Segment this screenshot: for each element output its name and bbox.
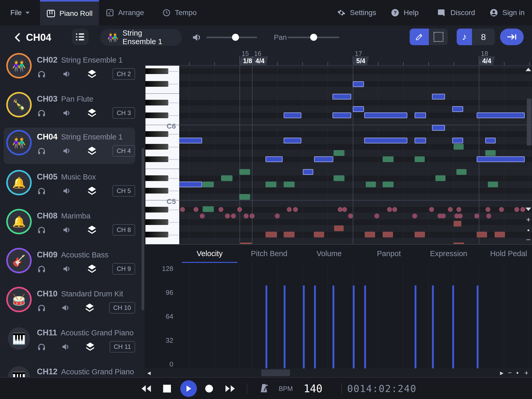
drum-note-dot[interactable]	[514, 207, 519, 212]
pan-slider[interactable]	[288, 29, 339, 46]
track-avatar[interactable]: 🎸	[8, 249, 30, 272]
drum-note-dot[interactable]	[293, 207, 298, 212]
midi-note-green[interactable]	[265, 182, 276, 187]
layers-icon[interactable]	[85, 303, 94, 312]
stop-button[interactable]	[160, 378, 174, 399]
drum-note-dot[interactable]	[237, 207, 242, 212]
scroll-up-button[interactable]	[526, 68, 531, 71]
headphones-icon[interactable]	[37, 187, 46, 195]
pan-slider-knob[interactable]	[310, 34, 317, 41]
midi-note-selected-track[interactable]	[179, 182, 202, 187]
black-key[interactable]	[145, 144, 168, 150]
midi-note-selected-track[interactable]	[485, 138, 496, 143]
black-key[interactable]	[145, 68, 168, 74]
scroll-right-button[interactable]: ▸	[500, 368, 503, 377]
velocity-bar[interactable]	[284, 285, 285, 368]
track-avatar[interactable]: 👫	[8, 55, 30, 77]
speaker-icon[interactable]	[61, 342, 70, 351]
drum-note-dot[interactable]	[200, 214, 205, 218]
midi-note-red[interactable]	[495, 232, 505, 237]
track-item-ch05[interactable]: 🔔CH05Music BoxCH 5	[4, 168, 135, 204]
zoom-out-vertical-button[interactable]: −	[525, 236, 532, 244]
midi-note-green[interactable]	[415, 156, 425, 162]
midi-note-selected-track[interactable]	[364, 138, 407, 143]
vertical-scrollbar-thumb[interactable]	[527, 99, 531, 145]
drum-note-dot[interactable]	[392, 207, 397, 212]
midi-note-selected-track[interactable]	[332, 94, 351, 99]
track-avatar[interactable]: 🎹	[8, 366, 30, 377]
speaker-icon[interactable]	[62, 187, 71, 195]
horizontal-scrollbar-thumb[interactable]	[261, 369, 290, 376]
black-key[interactable]	[145, 175, 168, 181]
track-item-ch12[interactable]: 🎹CH12Acoustic Grand PianoCH 12	[4, 362, 135, 377]
midi-note-selected-track[interactable]	[364, 112, 407, 118]
speaker-icon[interactable]	[62, 70, 71, 78]
velocity-bar[interactable]	[415, 285, 416, 368]
zoom-reset-vertical-button[interactable]: ●	[525, 226, 532, 234]
jump-to-marker-button[interactable]	[500, 29, 524, 45]
zoom-in-horizontal-button[interactable]: +	[524, 368, 528, 377]
speaker-icon[interactable]	[62, 109, 71, 117]
midi-note-selected-track[interactable]	[332, 112, 351, 118]
track-item-ch02[interactable]: 👫CH02String Ensemble 1CH 2	[4, 51, 135, 87]
black-key[interactable]	[145, 156, 168, 162]
zoom-reset-horizontal-button[interactable]: ●	[516, 368, 519, 377]
headphones-icon[interactable]	[37, 342, 46, 351]
velocity-bar[interactable]	[332, 285, 334, 368]
nav-discord[interactable]: Discord	[437, 0, 475, 25]
tab-arrange[interactable]: Arrange	[104, 0, 145, 25]
midi-note-red[interactable]	[454, 221, 461, 227]
midi-note-green[interactable]	[239, 169, 250, 175]
controller-tab-hold-pedal[interactable]: Hold Pedal	[485, 245, 532, 262]
midi-note-selected-track[interactable]	[415, 138, 426, 143]
record-button[interactable]	[202, 378, 216, 399]
velocity-bar[interactable]	[477, 285, 478, 368]
time-signature-badge[interactable]: 4/4	[479, 56, 495, 65]
drum-note-dot[interactable]	[458, 214, 463, 218]
controller-tab-pitch-bend[interactable]: Pitch Bend	[246, 245, 292, 262]
drum-note-dot[interactable]	[486, 207, 490, 212]
back-button[interactable]	[14, 33, 21, 43]
drum-note-dot[interactable]	[412, 214, 417, 218]
bpm-value[interactable]: 140	[299, 378, 327, 399]
speaker-icon[interactable]	[62, 147, 71, 155]
midi-note-green[interactable]	[454, 144, 464, 150]
midi-note-selected-track[interactable]	[432, 125, 445, 131]
fast-forward-button[interactable]	[222, 378, 238, 399]
midi-note-red[interactable]	[383, 232, 393, 237]
time-signature-badge[interactable]: 5/4	[353, 56, 369, 65]
midi-note-selected-track[interactable]	[477, 112, 525, 118]
horizontal-scrollbar[interactable]: ◂ ▸ − ● +	[145, 368, 532, 377]
selection-tool-button[interactable]	[429, 29, 448, 45]
midi-note-red[interactable]	[477, 232, 487, 237]
black-key[interactable]	[145, 131, 168, 137]
track-item-ch08[interactable]: 🔔CH08MarimbaCH 8	[4, 207, 135, 243]
velocity-bar[interactable]	[303, 285, 305, 368]
midi-note-green[interactable]	[366, 182, 376, 187]
layers-icon[interactable]	[87, 186, 97, 196]
controller-tab-volume[interactable]: Volume	[306, 245, 353, 262]
speaker-icon[interactable]	[62, 264, 71, 273]
controller-tab-velocity[interactable]: Velocity	[186, 245, 233, 262]
midi-note-green[interactable]	[334, 175, 344, 181]
drum-note-dot[interactable]	[448, 207, 453, 212]
midi-note-thin[interactable]	[240, 243, 252, 244]
drum-note-dot[interactable]	[387, 207, 392, 212]
velocity-bar[interactable]	[265, 285, 267, 368]
speaker-icon[interactable]	[61, 303, 70, 312]
scroll-down-button[interactable]	[526, 208, 531, 211]
velocity-bar[interactable]	[364, 285, 366, 368]
drum-note-dot[interactable]	[374, 214, 379, 218]
drum-note-dot[interactable]	[429, 207, 434, 212]
midi-note-green[interactable]	[221, 175, 232, 181]
midi-note-selected-track[interactable]	[452, 106, 463, 112]
note-duration-button[interactable]: ♪	[457, 29, 472, 45]
drum-note-dot[interactable]	[486, 214, 491, 218]
velocity-bar[interactable]	[432, 285, 434, 368]
controller-tab-expression[interactable]: Expression	[425, 245, 472, 262]
black-key[interactable]	[145, 112, 168, 118]
instrument-selector[interactable]: 👫 String Ensemble 1	[100, 29, 182, 46]
pencil-tool-button[interactable]	[410, 29, 429, 45]
midi-note-green[interactable]	[284, 182, 295, 187]
midi-note-green[interactable]	[202, 182, 214, 187]
